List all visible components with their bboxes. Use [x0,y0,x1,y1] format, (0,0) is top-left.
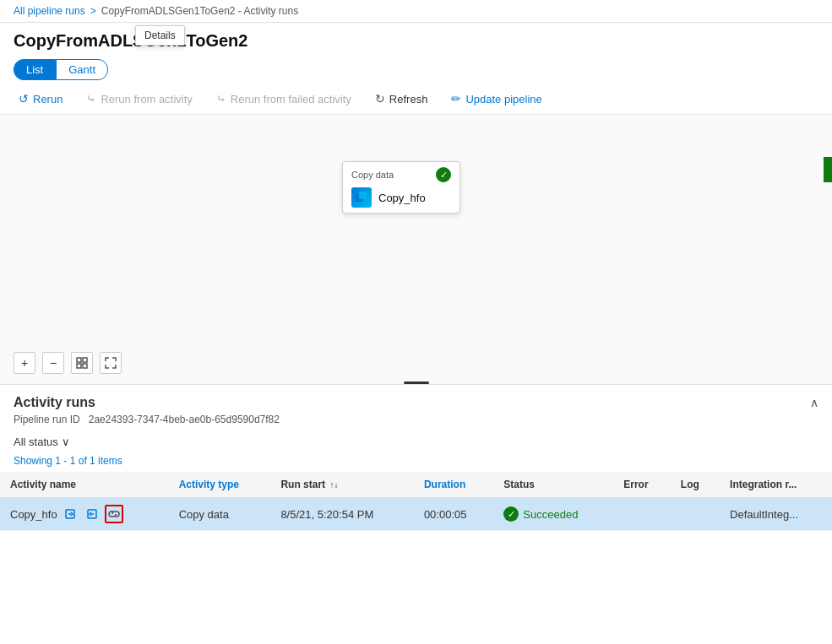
table-header: Activity name Activity type Run start ↑↓… [0,472,832,498]
rerun-from-activity-icon: ⤷ [86,92,96,106]
node-body: Copy_hfo [351,187,451,208]
update-pipeline-button[interactable]: ✏ Update pipeline [446,89,547,109]
activity-runs-section: Activity runs ∧ Pipeline run ID 2ae24393… [0,385,832,531]
showing-count: Showing 1 - 1 of 1 items [0,453,832,472]
cell-integration-runtime: DefaultInteg... [720,498,832,531]
col-activity-type[interactable]: Activity type [169,472,271,498]
status-filter-button[interactable]: All status ∨ [14,436,70,448]
breadcrumb-separator: > [90,5,96,17]
row-actions [61,505,123,523]
page-title: CopyFromADLSGen1ToGen2 [0,23,832,56]
col-error: Error [613,472,671,498]
list-view-button[interactable]: List [14,59,56,80]
status-filter-chevron-icon: ∨ [62,436,70,448]
toolbar: ↺ Rerun ⤷ Rerun from activity ⤷ Rerun fr… [0,84,832,115]
svg-rect-2 [77,358,81,362]
svg-rect-1 [359,192,367,199]
node-name: Copy_hfo [378,192,426,204]
svg-rect-3 [83,358,87,362]
col-activity-name: Activity name [0,472,169,498]
activity-table: Activity name Activity type Run start ↑↓… [0,472,832,531]
breadcrumb-parent[interactable]: All pipeline runs [14,5,85,17]
cell-duration: 00:00:05 [414,498,493,531]
svg-rect-5 [83,364,87,368]
col-duration[interactable]: Duration [414,472,493,498]
rerun-from-activity-button[interactable]: ⤷ Rerun from activity [81,89,197,109]
status-label: Succeeded [523,508,578,521]
update-pipeline-icon: ✏ [451,92,461,106]
row-link-icon-button[interactable] [105,505,123,523]
rerun-from-failed-button[interactable]: ⤷ Rerun from failed activity [211,89,356,109]
node-type-label: Copy data [351,170,394,180]
row-input-icon-button[interactable] [61,505,79,523]
activity-runs-title: Activity runs [14,395,95,410]
pipeline-run-id-value: 2ae24393-7347-4beb-ae0b-65d9590d7f82 [89,414,280,425]
collapse-section-button[interactable]: ∧ [810,396,818,409]
col-log: Log [671,472,720,498]
zoom-in-button[interactable]: + [14,352,35,374]
node-success-badge: ✓ [436,167,451,182]
svg-rect-4 [77,364,81,368]
rerun-from-failed-icon: ⤷ [216,92,226,106]
pipeline-node[interactable]: Copy data ✓ Copy_hfo [342,161,460,214]
zoom-out-button[interactable]: − [42,352,64,374]
pipeline-run-id-row: Pipeline run ID 2ae24393-7347-4beb-ae0b-… [0,414,832,430]
row-output-icon-button[interactable] [83,505,101,523]
gantt-view-button[interactable]: Gantt [56,59,108,80]
col-integration-runtime: Integration r... [720,472,832,498]
refresh-icon: ↻ [375,92,385,106]
cell-status: ✓ Succeeded [493,498,613,531]
run-start-sort-icon: ↑↓ [329,480,338,490]
status-filter-label: All status [14,436,58,448]
rerun-icon: ↺ [19,92,29,106]
node-header: Copy data ✓ [351,167,451,182]
canvas-green-indicator [824,157,832,182]
cell-activity-name: Copy_hfo [0,498,169,531]
cell-run-start: 8/5/21, 5:20:54 PM [270,498,414,531]
pipeline-canvas: Copy data ✓ Copy_hfo + − [0,115,832,385]
col-status: Status [493,472,613,498]
status-success-cell: ✓ Succeeded [503,506,603,522]
canvas-controls: + − [14,352,122,374]
status-success-icon: ✓ [503,506,519,522]
canvas-resize-handle[interactable] [404,382,429,384]
rerun-button[interactable]: ↺ Rerun [14,89,68,109]
expand-button[interactable] [100,352,122,374]
fit-view-button[interactable] [71,352,93,374]
view-toggle: List Gantt [0,56,832,84]
col-run-start[interactable]: Run start ↑↓ [270,472,414,498]
refresh-button[interactable]: ↻ Refresh [370,89,433,109]
status-filter-row: All status ∨ [0,430,832,453]
cell-log [671,498,720,531]
table-row[interactable]: Copy_hfo [0,498,832,531]
details-tooltip: Details [135,25,185,46]
breadcrumb: All pipeline runs > CopyFromADLSGen1ToGe… [0,0,832,23]
activity-header: Activity runs ∧ [0,385,832,414]
cell-error [613,498,671,531]
pipeline-run-id-label: Pipeline run ID [14,414,80,425]
cell-activity-type: Copy data [169,498,271,531]
breadcrumb-current: CopyFromADLSGen1ToGen2 - Activity runs [101,5,298,17]
copy-data-icon [351,187,372,208]
